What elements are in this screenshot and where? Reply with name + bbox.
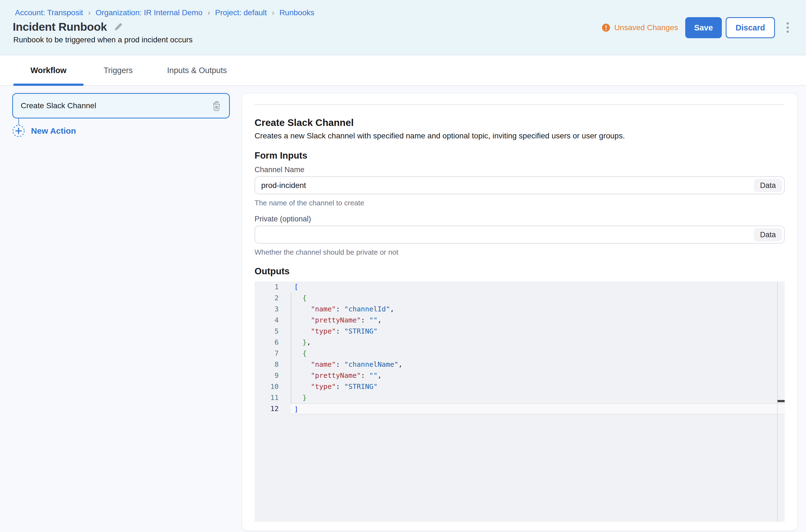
editor-line: "type": "STRING"	[291, 326, 785, 337]
step-connector-line	[18, 118, 19, 125]
editor-line: "type": "STRING"	[291, 381, 785, 392]
editor-line: {	[291, 292, 785, 304]
action-description: Creates a new Slack channel with specifi…	[255, 131, 785, 141]
editor-line: ]	[291, 403, 785, 414]
editor-line-number: 7	[255, 348, 291, 359]
private-data-button[interactable]: Data	[754, 228, 782, 241]
channel-name-input[interactable]	[255, 176, 785, 194]
editor-line: {	[291, 348, 785, 359]
page-title: Incident Runbook	[13, 20, 107, 34]
breadcrumb-organization-link[interactable]: Organization: IR Internal Demo	[95, 8, 202, 17]
outputs-heading: Outputs	[255, 265, 785, 277]
action-detail-panel: Create Slack Channel Creates a new Slack…	[241, 93, 798, 531]
editor-indent-guide	[291, 292, 291, 403]
channel-name-helper: The name of the channel to create	[255, 198, 785, 207]
editor-line-number: 1	[255, 282, 291, 292]
editor-line: "prettyName": "",	[291, 370, 785, 381]
editor-line: "name": "channelName",	[291, 359, 785, 370]
editor-line-number: 11	[255, 392, 291, 403]
editor-line-number: 3	[255, 304, 291, 315]
trash-icon	[212, 100, 221, 111]
form-inputs-heading: Form Inputs	[255, 150, 785, 162]
edit-title-button[interactable]	[113, 23, 123, 32]
workflow-step-create-slack-channel[interactable]: Create Slack Channel	[12, 93, 230, 118]
editor-line-number: 9	[255, 370, 291, 381]
plus-circle-icon	[12, 125, 25, 137]
private-helper: Whether the channel should be private or…	[255, 248, 785, 256]
breadcrumb-project-link[interactable]: Project: default	[215, 8, 267, 17]
save-button[interactable]: Save	[685, 17, 722, 38]
unsaved-changes-label: Unsaved Changes	[614, 23, 678, 32]
editor-line: "name": "channelId",	[291, 304, 785, 315]
tab-workflow[interactable]: Workflow	[13, 55, 84, 85]
editor-line-number: 12	[255, 403, 291, 414]
outputs-code-editor[interactable]: 123456789101112 [ { "name": "channelId",…	[255, 282, 785, 522]
tab-bar: Workflow Triggers Inputs & Outputs	[0, 55, 806, 86]
pencil-icon	[113, 23, 123, 32]
editor-scrollbar-thumb[interactable]	[777, 400, 785, 402]
more-options-button[interactable]	[783, 19, 792, 36]
breadcrumb-runbooks-link[interactable]: Runbooks	[279, 8, 314, 17]
runbook-subtitle: Runbook to be triggered when a prod inci…	[13, 35, 193, 44]
editor-line: "prettyName": "",	[291, 315, 785, 326]
unsaved-changes-badge: Unsaved Changes	[602, 23, 678, 32]
action-title: Create Slack Channel	[255, 116, 785, 129]
editor-line-number: 2	[255, 292, 291, 304]
new-action-button[interactable]: New Action	[12, 125, 76, 137]
editor-line-number: 8	[255, 359, 291, 370]
editor-code: [ { "name": "channelId", "prettyName": "…	[291, 282, 785, 522]
breadcrumb-chevron-icon: ›	[202, 8, 215, 17]
tab-triggers[interactable]: Triggers	[89, 55, 147, 85]
editor-line-number: 10	[255, 381, 291, 392]
kebab-icon	[786, 22, 789, 34]
delete-step-button[interactable]	[211, 99, 222, 112]
breadcrumb-chevron-icon: ›	[267, 8, 279, 17]
private-input[interactable]	[255, 226, 785, 244]
editor-line: },	[291, 337, 785, 348]
channel-name-data-button[interactable]: Data	[754, 179, 782, 192]
editor-line-number: 5	[255, 326, 291, 337]
discard-button[interactable]: Discard	[726, 17, 775, 38]
editor-line: [	[291, 282, 785, 292]
top-divider	[255, 104, 785, 105]
breadcrumb-account-link[interactable]: Account: Transposit	[15, 8, 83, 17]
workflow-step-label: Create Slack Channel	[21, 101, 211, 110]
breadcrumb-chevron-icon: ›	[83, 8, 95, 17]
editor-line: }	[291, 392, 785, 403]
new-action-label: New Action	[31, 126, 76, 136]
channel-name-label: Channel Name	[255, 165, 785, 175]
page-header: Account: Transposit›Organization: IR Int…	[0, 0, 806, 55]
editor-line-number: 4	[255, 315, 291, 326]
main-area: Create Slack Channel	[0, 86, 806, 532]
editor-line-number: 6	[255, 337, 291, 348]
breadcrumb: Account: Transposit›Organization: IR Int…	[15, 8, 314, 18]
tab-inputs-outputs[interactable]: Inputs & Outputs	[153, 55, 241, 85]
warning-icon	[602, 23, 614, 32]
runbook-editor-page: Account: Transposit›Organization: IR Int…	[0, 0, 806, 532]
editor-gutter: 123456789101112	[255, 282, 291, 522]
private-label: Private (optional)	[255, 214, 785, 224]
